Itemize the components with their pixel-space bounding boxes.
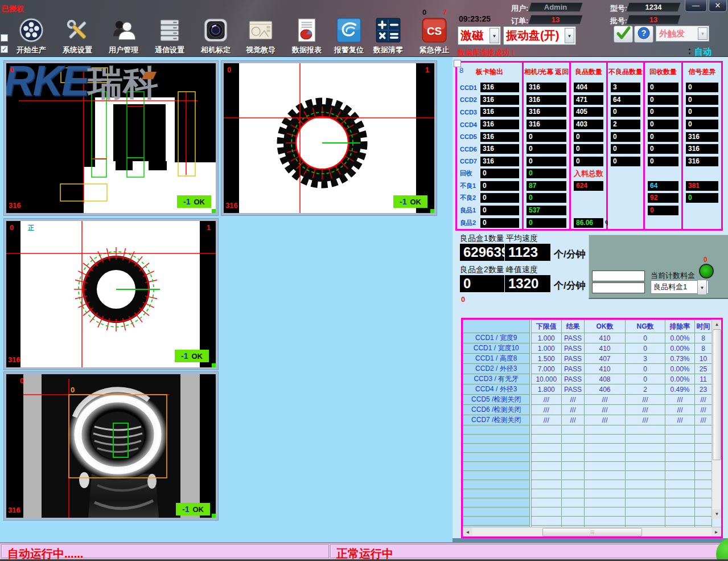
stats-row: 0 [683, 94, 721, 107]
toolbar-button-data-report[interactable]: 数据报表 [286, 17, 327, 55]
counter-input-1[interactable] [592, 271, 645, 281]
minimize-button[interactable]: — [685, 0, 707, 12]
result-cell: 2 [626, 384, 665, 395]
toolbar-button-start-production[interactable]: 开始生产 [11, 17, 52, 55]
stats-row: 0 [645, 118, 681, 131]
toolbar-button-system-settings[interactable]: 系统设置 [57, 17, 98, 55]
result-cell: PASS [562, 343, 585, 354]
close-button[interactable]: ✕ [709, 0, 727, 12]
stats-value: 316 [480, 95, 519, 105]
stats-row [608, 204, 643, 217]
toolbar-button-alarm-reset[interactable]: 报警复位 [328, 17, 369, 55]
counter-box-combo[interactable]: 良品料盒1 ▼ [651, 280, 709, 294]
toolbar-button-user-management[interactable]: 用户管理 [103, 17, 144, 55]
panel-grip[interactable] [430, 209, 434, 213]
toolbar-checkbox-1[interactable] [1, 34, 8, 42]
chevron-down-icon[interactable]: ▼ [565, 28, 574, 43]
trigger-combo[interactable]: 外触发 ▼ [656, 26, 709, 42]
result-cell: /// [530, 415, 562, 425]
stats-column-header: 良品数量 [571, 63, 606, 81]
scrollbar-thumb[interactable] [713, 329, 721, 460]
stats-row: 入料总数 [571, 167, 606, 180]
stats-value: 316 [480, 157, 519, 166]
result-cell: /// [562, 415, 585, 425]
toolbar-label: 用户管理 [103, 45, 144, 55]
user-field[interactable]: Admin [528, 2, 583, 12]
chevron-down-icon[interactable]: ▼ [697, 280, 707, 295]
machine-vision-app: 已授权 开始生产系统设置用户管理通信设置相机标定视觉教导数据报表报警复位数据清零… [0, 0, 728, 561]
result-cell: /// [665, 415, 695, 425]
stats-value: 316 [527, 83, 566, 92]
stats-row-label: 良品1 [460, 206, 480, 215]
camera-panel-1: RKE瑞科 0 316 -1OK [3, 60, 219, 216]
result-header-5: 时间 [695, 320, 712, 333]
toolbar-button-camera-calibration[interactable]: 相机标定 [195, 17, 236, 55]
estop-count-left: 0 [422, 8, 426, 17]
stats-value: 316 [686, 144, 718, 154]
stats-value: 0 [648, 107, 678, 117]
horizontal-scrollbar[interactable]: ◄ ⫶⫶⫶ ► [463, 527, 721, 537]
result-badge: -1OK [393, 195, 427, 208]
stats-value: 2 [611, 120, 640, 129]
yield-percent-value: 86.06 [574, 218, 603, 228]
help-button[interactable]: ? [634, 26, 653, 43]
stats-checkbox[interactable] [454, 60, 461, 67]
stats-column-header: 回收数量 [645, 63, 681, 81]
stats-value: 0 [527, 193, 566, 203]
scroll-up-icon[interactable]: ▲ [712, 320, 722, 329]
scrollbar-thumb[interactable]: ⫶⫶⫶ [542, 528, 642, 537]
vertical-scrollbar[interactable]: ▲ ▼ [711, 320, 721, 519]
svg-text:?: ? [641, 28, 647, 38]
stats-value: 381 [686, 181, 718, 191]
stats-row: CCD1316 [457, 81, 522, 94]
stats-row [645, 216, 681, 229]
panel-grip[interactable] [212, 514, 216, 518]
result-empty-row [463, 498, 712, 507]
vision-teach-icon [240, 17, 281, 43]
result-badge: -1OK [176, 503, 210, 515]
stats-value: 316 [686, 157, 718, 166]
camera-view-4: 0 0 316 -1OK [6, 374, 216, 518]
stats-row: 0 [571, 143, 606, 155]
auto-spinner[interactable]: ▲▼ [687, 47, 692, 56]
scroll-right-icon[interactable]: ► [711, 527, 721, 537]
chevron-down-icon[interactable]: ▼ [698, 27, 708, 40]
stats-row: CCD5316 [457, 130, 522, 143]
result-cell: 0.00% [665, 333, 695, 343]
scroll-left-icon[interactable]: ◄ [463, 527, 472, 537]
panel-grip[interactable] [212, 363, 216, 367]
model-field[interactable]: 1234 [626, 2, 681, 12]
result-cell: 410 [585, 343, 626, 354]
toolbar-label: 数据清零 [368, 45, 409, 55]
vibrator-dropdown-button[interactable]: 振动盘(开) ▼ [503, 26, 576, 45]
toolbar-button-vision-teach[interactable]: 视觉教导 [240, 17, 281, 55]
stats-value: 0 [611, 157, 640, 166]
toolbar-button-comm-settings[interactable]: 通信设置 [149, 17, 190, 55]
stats-row: 0 [645, 94, 681, 107]
result-empty-row [463, 471, 712, 480]
frame-index: 0 [20, 376, 24, 385]
order-field[interactable]: 13 [528, 15, 583, 24]
stats-row: 316 [524, 94, 569, 107]
status-right: 正常运行中 [330, 544, 727, 558]
counter-input-2[interactable] [592, 282, 645, 293]
result-cell: 410 [585, 364, 626, 374]
chevron-down-icon[interactable]: ▼ [490, 28, 499, 43]
emergency-stop-icon: CS [414, 17, 455, 43]
stats-row: 0 [524, 130, 569, 143]
result-badge: -1OK [177, 195, 211, 208]
toolbar-checkbox-2[interactable]: ✓ [1, 46, 8, 53]
toolbar-button-data-clear[interactable]: 数据清零 [368, 17, 409, 55]
stats-value: 316 [480, 120, 519, 129]
excite-dropdown-button[interactable]: 激磁 ▼ [458, 26, 501, 45]
confirm-button[interactable] [614, 26, 633, 43]
panel-grip[interactable] [212, 209, 216, 213]
result-cell: /// [695, 395, 712, 405]
auto-mode-label: 自动 [694, 47, 711, 58]
toolbar-button-emergency-stop[interactable]: CS紧急停止 [414, 17, 455, 55]
stats-row: 0 [645, 106, 681, 118]
stats-row: 0 [645, 130, 681, 143]
batch-field[interactable]: 13 [626, 15, 681, 24]
scroll-down-icon[interactable]: ▼ [712, 509, 722, 519]
user-label: 用户: [511, 3, 528, 14]
